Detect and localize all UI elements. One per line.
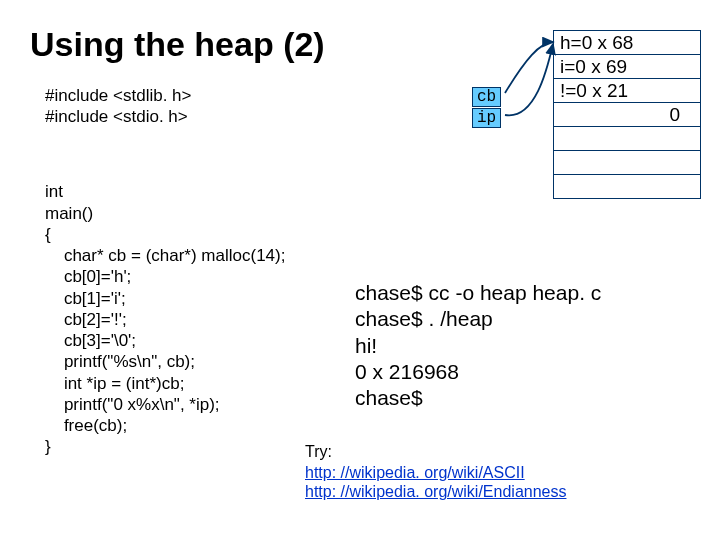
memory-cell [554, 175, 701, 199]
terminal-line: hi! [355, 333, 601, 359]
memory-cell: !=0 x 21 [554, 79, 701, 103]
memory-cell: i=0 x 69 [554, 55, 701, 79]
pointer-label-ip: ip [472, 108, 501, 128]
code-line: cb[1]='i'; [45, 289, 126, 308]
include-block: #include <stdlib. h> #include <stdio. h> [45, 85, 192, 128]
code-line: } [45, 437, 51, 456]
reference-links: http: //wikipedia. org/wiki/ASCII http: … [305, 463, 566, 501]
code-line: free(cb); [45, 416, 127, 435]
terminal-output: chase$ cc -o heap heap. c chase$ . /heap… [355, 280, 601, 411]
pointer-label-cb: cb [472, 87, 501, 107]
memory-table: h=0 x 68 i=0 x 69 !=0 x 21 0 [553, 30, 701, 199]
code-block: int main() { char* cb = (char*) malloc(1… [45, 160, 285, 458]
link-endianness[interactable]: http: //wikipedia. org/wiki/Endianness [305, 482, 566, 501]
code-line: printf("0 x%x\n", *ip); [45, 395, 220, 414]
memory-cell [554, 151, 701, 175]
code-line: { [45, 225, 51, 244]
code-line: #include <stdio. h> [45, 106, 192, 127]
memory-cell [554, 127, 701, 151]
code-line: cb[0]='h'; [45, 267, 131, 286]
slide-title: Using the heap (2) [30, 25, 325, 64]
code-line: int *ip = (int*)cb; [45, 374, 184, 393]
slide: Using the heap (2) #include <stdlib. h> … [0, 0, 720, 540]
code-line: cb[3]='\0'; [45, 331, 136, 350]
code-line: main() [45, 204, 93, 223]
terminal-line: chase$ cc -o heap heap. c [355, 280, 601, 306]
code-line: printf("%s\n", cb); [45, 352, 195, 371]
memory-cell: h=0 x 68 [554, 31, 701, 55]
code-line: cb[2]='!'; [45, 310, 127, 329]
code-line: #include <stdlib. h> [45, 85, 192, 106]
try-label: Try: [305, 443, 332, 461]
memory-cell: 0 [554, 103, 701, 127]
code-line: int [45, 182, 63, 201]
link-ascii[interactable]: http: //wikipedia. org/wiki/ASCII [305, 463, 566, 482]
terminal-line: chase$ . /heap [355, 306, 601, 332]
code-line: char* cb = (char*) malloc(14); [45, 246, 285, 265]
terminal-line: 0 x 216968 [355, 359, 601, 385]
terminal-line: chase$ [355, 385, 601, 411]
